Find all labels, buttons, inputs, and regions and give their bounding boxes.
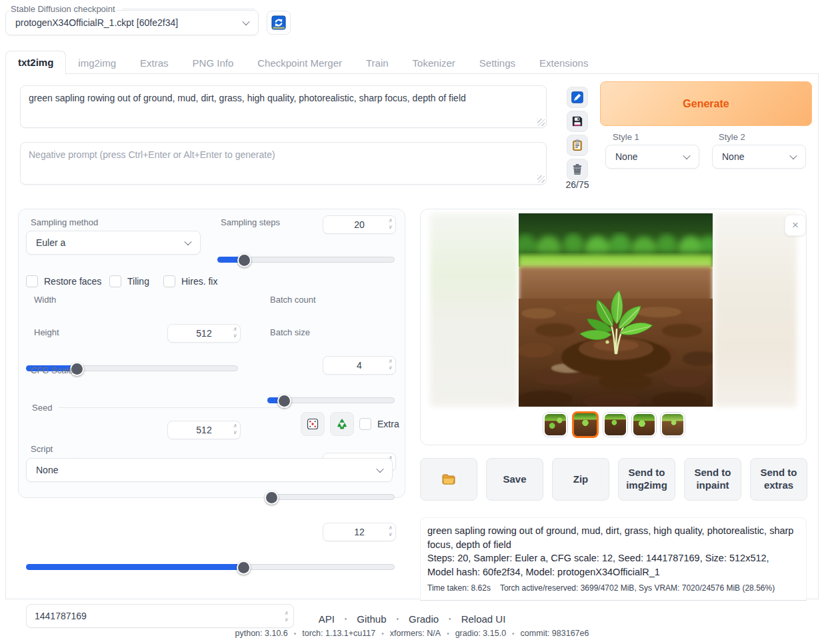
torch-version: torch: 1.13.1+cu117	[302, 629, 375, 638]
dot-separator: •	[447, 630, 449, 637]
slider-thumb[interactable]	[237, 561, 251, 575]
slider-thumb[interactable]	[237, 253, 251, 267]
dice-icon	[306, 417, 319, 431]
clipboard-icon	[571, 139, 584, 152]
sampling-steps-input[interactable]: 20 ∧∨	[323, 215, 396, 234]
style1-dropdown[interactable]: None	[605, 145, 699, 169]
script-label: Script	[31, 444, 53, 454]
generate-button-label: Generate	[683, 98, 729, 110]
checkpoint-value: protogenX34OfficialR_1.ckpt [60fe2f34]	[15, 17, 178, 28]
tab-img2img[interactable]: img2img	[66, 52, 128, 74]
hires-fix-checkbox[interactable]	[163, 275, 175, 287]
send-to-extras-button[interactable]: Send to extras	[750, 458, 807, 501]
python-version: python: 3.10.6	[235, 629, 288, 638]
spinner-arrows-icon[interactable]: ∧∨	[388, 217, 392, 231]
tiling-checkbox[interactable]	[109, 275, 121, 287]
close-gallery-button[interactable]: ×	[785, 215, 806, 236]
gradio-version: gradio: 3.15.0	[455, 629, 506, 638]
save-style-button[interactable]	[567, 111, 588, 132]
tab-settings[interactable]: Settings	[467, 52, 527, 74]
api-link[interactable]: API	[319, 613, 335, 625]
style2-dropdown[interactable]: None	[712, 145, 806, 169]
open-folder-button[interactable]	[420, 458, 477, 501]
slider-thumb[interactable]	[265, 491, 279, 505]
gallery-thumbnail-selected[interactable]	[572, 411, 599, 438]
width-input[interactable]: 512 ∧∨	[167, 324, 241, 343]
sampling-method-value: Euler a	[36, 237, 65, 248]
tab-extras[interactable]: Extras	[128, 52, 181, 74]
clear-prompt-button[interactable]	[567, 159, 588, 180]
cfg-scale-slider[interactable]	[26, 561, 395, 574]
xformers-version: xformers: N/A	[390, 629, 441, 638]
batch-count-value: 4	[357, 360, 362, 371]
batch-count-input[interactable]: 4 ∧∨	[323, 356, 396, 375]
sampling-steps-slider[interactable]	[217, 253, 395, 267]
random-seed-button[interactable]	[301, 412, 325, 436]
tab-tokenizer[interactable]: Tokenizer	[401, 52, 467, 74]
gallery-blur-right	[714, 213, 797, 407]
sampling-steps-label: Sampling steps	[221, 217, 280, 227]
paintbrush-icon	[571, 91, 584, 104]
batch-size-label: Batch size	[270, 327, 310, 337]
spinner-arrows-icon[interactable]: ∧∨	[233, 423, 237, 436]
style2-label: Style 2	[719, 132, 745, 142]
reload-ui-link[interactable]: Reload UI	[461, 613, 506, 625]
send-to-img2img-button[interactable]: Send to img2img	[618, 458, 675, 501]
info-params-text: Steps: 20, Sampler: Euler a, CFG scale: …	[427, 551, 797, 579]
cfg-scale-value: 12	[354, 527, 365, 537]
prompt-tools	[567, 87, 588, 183]
height-input[interactable]: 512 ∧∨	[167, 421, 241, 439]
tab-train[interactable]: Train	[354, 52, 401, 74]
time-taken-text: Time taken: 8.62s	[427, 583, 491, 593]
gradio-link[interactable]: Gradio	[409, 613, 439, 625]
spinner-arrows-icon[interactable]: ∧∨	[388, 525, 392, 538]
chevron-down-icon	[789, 152, 797, 159]
batch-size-slider[interactable]	[267, 491, 395, 504]
save-button[interactable]: Save	[486, 458, 543, 501]
github-link[interactable]: Github	[357, 613, 386, 625]
tab-txt2img[interactable]: txt2img	[5, 51, 66, 75]
dot-separator: •	[397, 615, 399, 623]
dot-separator: •	[381, 630, 384, 637]
chevron-down-icon	[184, 238, 191, 245]
vram-info-text: Torch active/reserved: 3699/4702 MiB, Sy…	[500, 583, 775, 593]
spinner-arrows-icon[interactable]: ∧∨	[233, 326, 237, 339]
main-tabbar: txt2img img2img Extras PNG Info Checkpoi…	[5, 50, 600, 74]
width-label: Width	[34, 295, 56, 305]
generate-button[interactable]: Generate	[600, 81, 812, 126]
cfg-scale-input[interactable]: 12 ∧∨	[323, 523, 396, 541]
footer-versions: python: 3.10.6• torch: 1.13.1+cu117• xfo…	[0, 629, 824, 638]
extra-label: Extra	[377, 419, 399, 429]
generated-image-preview[interactable]	[519, 213, 713, 407]
commit-hash: commit: 983167e6	[521, 629, 589, 638]
tab-png-info[interactable]: PNG Info	[181, 52, 246, 74]
height-label: Height	[34, 327, 59, 337]
script-dropdown[interactable]: None	[26, 458, 393, 482]
tab-checkpoint-merger[interactable]: Checkpoint Merger	[245, 52, 354, 74]
trash-icon	[571, 163, 584, 176]
negative-prompt-input[interactable]	[21, 143, 546, 184]
extra-seed-option: Extra	[359, 418, 399, 430]
folder-icon	[441, 471, 457, 487]
checkpoint-label: Stable Diffusion checkpoint	[9, 4, 255, 14]
height-value: 512	[196, 425, 211, 435]
tab-extensions[interactable]: Extensions	[527, 52, 600, 74]
extra-checkbox[interactable]	[359, 418, 371, 430]
restore-faces-checkbox[interactable]	[26, 275, 38, 287]
gallery-thumbnail[interactable]	[661, 413, 685, 437]
spinner-arrows-icon[interactable]: ∧∨	[388, 358, 392, 371]
prompt-field: green sapling rowing out of ground, mud,…	[20, 85, 547, 128]
gallery-thumbnail[interactable]	[632, 413, 656, 437]
apply-style-button[interactable]	[567, 135, 588, 156]
paste-generation-params-button[interactable]	[567, 87, 588, 108]
refresh-checkpoints-button[interactable]	[267, 11, 291, 35]
send-to-inpaint-button[interactable]: Send to inpaint	[684, 458, 741, 501]
token-counter: 26/75	[560, 179, 595, 190]
restore-faces-label: Restore faces	[44, 276, 101, 287]
gallery-thumbnail[interactable]	[543, 413, 567, 437]
sampling-method-dropdown[interactable]: Euler a	[26, 231, 201, 255]
zip-button[interactable]: Zip	[552, 458, 609, 501]
gallery-thumbnail[interactable]	[603, 413, 627, 437]
reuse-seed-button[interactable]	[330, 412, 354, 436]
prompt-input[interactable]: green sapling rowing out of ground, mud,…	[21, 86, 546, 127]
